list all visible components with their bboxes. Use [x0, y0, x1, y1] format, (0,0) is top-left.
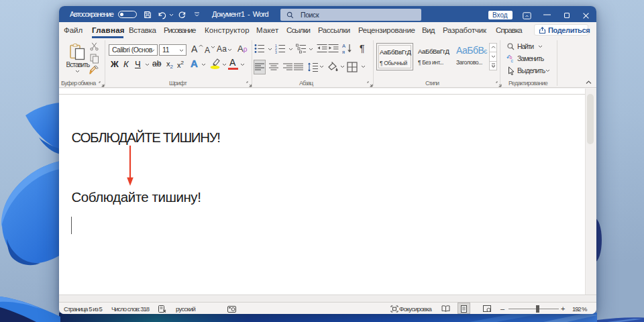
svg-text:c: c: [511, 58, 514, 63]
svg-text:3: 3: [275, 50, 277, 54]
svg-text:я: я: [342, 49, 345, 55]
